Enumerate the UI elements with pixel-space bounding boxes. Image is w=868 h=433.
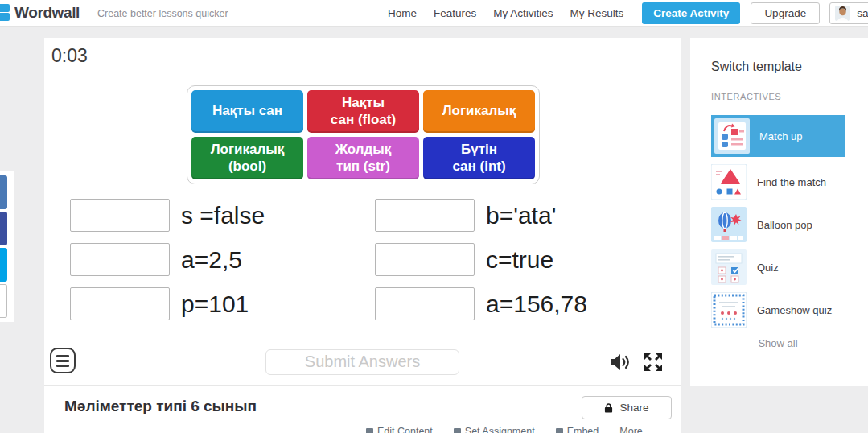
nav-link-my-results[interactable]: My Results [570,7,624,19]
share-label: Share [619,402,648,414]
lock-icon [604,402,613,414]
embed-link[interactable]: Embed [556,426,599,433]
template-item-label: Quiz [757,262,779,274]
more-link[interactable]: More [619,426,642,433]
template-item-quiz[interactable]: Quiz [711,249,845,285]
offscreen-activity-peek [0,171,14,322]
timer: 0:03 [51,45,88,67]
upgrade-button[interactable]: Upgrade [751,2,820,24]
username-label: sauletut [857,7,868,19]
nav-link-features[interactable]: Features [434,7,476,19]
assignment-icon [454,428,461,433]
match-label: a=2,5 [181,243,242,276]
template-item-find-the-match[interactable]: Find the match [711,164,845,200]
wordwall-logo-icon [0,3,11,22]
match-label: a=156,78 [486,287,587,320]
template-item-label: Find the match [757,176,826,188]
drop-slot[interactable] [375,199,475,232]
menu-icon[interactable] [50,348,76,373]
activity-canvas: 0:03 Нақты сан Нақты сан (float) Логикал… [44,38,681,385]
template-item-label: Match up [759,130,802,142]
speaker-icon[interactable] [607,350,631,377]
gameshow-quiz-thumbnail [711,292,747,328]
find-the-match-thumbnail [711,164,747,200]
fullscreen-icon[interactable] [640,349,666,378]
wordwall-logo[interactable]: Wordwall [0,3,80,22]
embed-icon [556,428,563,433]
drop-slot[interactable] [70,243,170,276]
tagline: Create better lessons quicker [97,8,228,19]
answer-tiles-tray: Нақты сан Нақты сан (float) Логикалық Ло… [187,85,540,184]
share-button[interactable]: Share [582,396,672,419]
answer-tile[interactable]: Жолдық тип (str) [307,137,419,179]
interactives-section-label: INTERACTIVES [711,92,781,101]
top-navbar: Wordwall Create better lessons quicker H… [0,0,868,27]
match-up-thumbnail [714,118,750,154]
user-account-button[interactable]: sauletut [829,2,868,24]
match-label: s =false [181,199,265,232]
match-label: b='ata' [486,199,556,232]
template-item-label: Balloon pop [757,219,812,231]
template-item-label: Gameshow quiz [757,304,832,316]
edit-icon [366,428,373,433]
nav-link-home[interactable]: Home [388,7,417,19]
divider [711,109,845,109]
create-activity-button[interactable]: Create Activity [642,2,740,24]
balloon-pop-thumbnail [711,207,747,242]
sidebar-title: Switch template [711,60,802,74]
match-label: c=true [486,243,553,276]
answer-tile[interactable]: Нақты сан [191,90,303,133]
answer-tile[interactable]: Логикалық (bool) [191,137,303,179]
peek-tile [0,284,7,318]
answer-tile[interactable]: Нақты сан (float) [307,90,419,133]
switch-template-panel: Switch template INTERACTIVES Match up [690,38,868,386]
template-item-balloon-pop[interactable]: Balloon pop [711,207,845,242]
show-all-link[interactable]: Show all [711,337,845,349]
edit-content-link[interactable]: Edit Content [366,426,433,433]
match-label: p=101 [181,287,249,320]
nav-link-my-activities[interactable]: My Activities [493,7,553,19]
brand-name: Wordwall [14,4,80,22]
template-item-gameshow-quiz[interactable]: Gameshow quiz [711,292,845,328]
avatar [835,6,850,21]
peek-tile [0,212,7,245]
activity-title: Мәліметтер типі 6 сынып [64,398,257,415]
drop-slot[interactable] [375,243,475,276]
submit-answers-button[interactable]: Submit Answers [265,349,459,375]
drop-slot[interactable] [70,199,170,232]
peek-tile [0,175,7,209]
set-assignment-link[interactable]: Set Assignment [454,426,535,433]
answer-tile[interactable]: Бүтін сан (int) [423,137,535,179]
quiz-thumbnail [711,249,747,285]
drop-slot[interactable] [375,287,475,320]
activity-info-bar: Мәліметтер типі 6 сынып Share Edit Conte… [44,385,681,433]
answer-tile[interactable]: Логикалық [423,90,535,133]
peek-tile [0,248,7,282]
activity-actions-row: Edit Content Set Assignment Embed More [366,426,643,433]
template-item-match-up[interactable]: Match up [711,115,845,157]
drop-slot[interactable] [70,287,170,320]
